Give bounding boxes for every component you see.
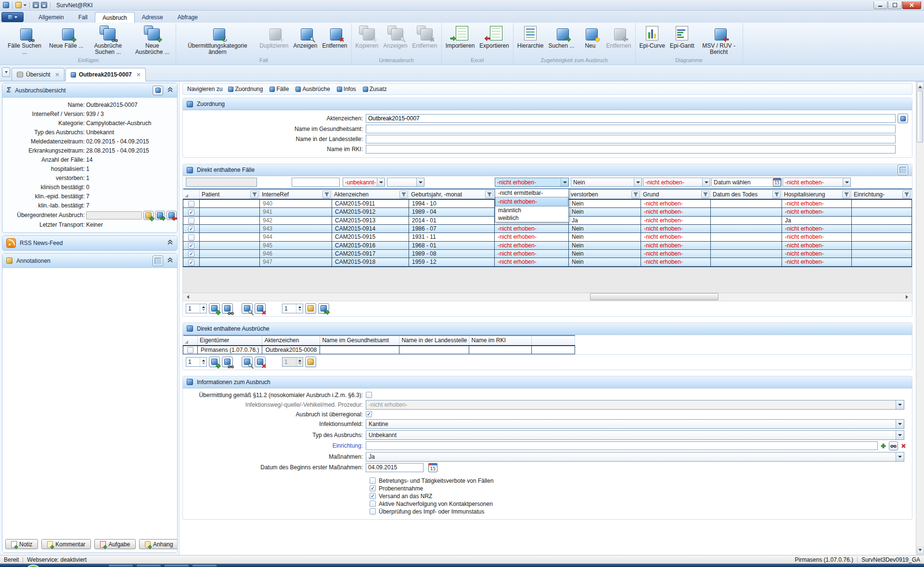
quick-open-caret-icon[interactable] [24,4,26,8]
search-outbreak-button[interactable] [222,357,233,367]
document-tab[interactable]: Outbreak2015-0007 [65,68,146,81]
column-header[interactable]: verstorben [569,189,641,199]
panel-header[interactable]: Σ Ausbruchsübersicht [2,83,177,98]
select-all-header[interactable] [183,189,200,199]
collapse-chevron-icon[interactable] [167,258,173,264]
assign-parent-button[interactable] [155,211,165,220]
show-outbreak-button[interactable] [242,357,253,367]
checkbox[interactable] [366,392,372,398]
column-filter-icon[interactable] [485,191,493,198]
checkbox[interactable] [370,508,376,515]
add-attachment-button[interactable]: Anhang [139,539,178,549]
scroll-track[interactable] [916,90,924,546]
quick-open-button[interactable] [15,2,22,8]
row-checkbox[interactable]: ✓ [188,259,194,266]
chevron-down-icon[interactable] [377,178,385,186]
minimize-button[interactable] [873,1,887,9]
search-einrichtung-button[interactable] [889,441,898,451]
column-header[interactable]: Hospitalisierung [782,189,852,199]
column-header[interactable]: Einrichtung- [852,189,912,199]
expand-grid-button[interactable] [898,165,908,175]
ribbon-tab[interactable]: Ausbruch [95,12,135,23]
row-checkbox[interactable] [188,201,194,207]
row-checkbox[interactable] [188,218,194,224]
ribbon-button[interactable]: Importieren [443,24,477,50]
filter-combo[interactable]: Nein [571,178,642,187]
column-filter-icon[interactable] [250,191,258,198]
close-tab-icon[interactable] [137,73,141,77]
select[interactable]: Unbekannt [366,430,904,440]
save-button[interactable] [41,2,47,8]
column-header[interactable]: Eigentümer [198,335,262,346]
transfer-button[interactable] [153,86,163,95]
chevron-down-icon[interactable] [634,178,642,186]
ribbon-button[interactable]: Entfernen [320,24,349,50]
column-filter-icon[interactable] [631,191,640,198]
add-case-button[interactable] [209,303,220,314]
select[interactable]: Ja [366,452,904,462]
text-input[interactable] [366,145,896,154]
row-checkbox[interactable]: ✓ [188,251,194,257]
scroll-thumb[interactable] [917,90,923,142]
add-einrichtung-button[interactable] [879,441,888,451]
selection-spinner[interactable]: 1 [282,304,303,313]
scroll-track[interactable] [191,293,904,301]
page-spinner[interactable]: 1 [186,357,207,367]
case-row[interactable]: 944CAM2015-09151931 - 11-nicht erhoben-N… [183,233,912,241]
scroll-left-arrow[interactable] [183,293,191,301]
search-case-button[interactable] [222,303,233,314]
row-checkbox[interactable]: ✓ [188,226,194,232]
column-filter-icon[interactable] [322,191,331,198]
chevron-down-icon[interactable] [896,452,904,461]
select-all-header[interactable] [183,335,198,346]
row-checkbox[interactable]: ✓ [188,243,194,249]
dropdown-option[interactable]: männlich [495,206,568,214]
remove-einrichtung-button[interactable] [899,441,908,451]
select[interactable]: Kantine [366,419,904,429]
collapse-chevron-icon[interactable] [167,240,173,246]
column-filter-icon[interactable] [902,191,911,198]
remove-parent-button[interactable] [167,211,177,220]
lock-case-button[interactable] [305,303,316,314]
scroll-up-arrow[interactable] [917,82,924,90]
scroll-down-arrow[interactable] [917,547,924,554]
calendar-icon[interactable]: 15 [773,178,781,186]
filter-date-picker[interactable]: Datum wählen15 [711,178,782,187]
column-header[interactable]: Name in der Landesstelle [399,335,469,346]
ribbon-button[interactable]: Exportieren [477,24,511,50]
checkbox[interactable]: ✓ [370,485,376,491]
ribbon-tab[interactable]: Abfrage [170,12,205,23]
document-tab[interactable]: Übersicht [12,68,64,81]
ribbon-button[interactable]: Ausbrüche Suchen ... [86,24,130,56]
panel-header[interactable]: RSS News-Feed [2,236,177,250]
add-comment-button[interactable]: Kommentar [41,539,91,549]
remove-outbreak-button[interactable] [255,357,266,367]
ribbon-button[interactable]: MSV / RUV - Bericht [697,24,741,56]
case-row[interactable]: ✓943CAM2015-09141986 - 07-nicht erhoben-… [183,224,912,232]
ribbon-tab[interactable]: Adresse [135,12,170,23]
date-input[interactable]: 04.09.2015 [366,463,424,472]
ribbon-tab[interactable]: Allgemein [31,12,71,23]
dropdown-option[interactable]: weiblich [495,214,568,222]
column-header[interactable]: Name im RKI [469,335,532,346]
column-header[interactable]: Aktenzeichen [332,189,409,199]
chevron-down-icon[interactable] [416,178,424,186]
filter-text-input[interactable] [186,178,257,187]
row-checkbox[interactable]: ✓ [188,209,194,216]
checkbox[interactable]: ✓ [370,493,376,499]
spinner-arrows[interactable] [296,304,303,313]
ribbon-button[interactable]: Epi-Gantt [667,24,697,50]
horizontal-scrollbar[interactable] [183,293,912,301]
ribbon-button[interactable]: Neue Ausbrüche ... [130,24,174,56]
row-checkbox[interactable] [187,347,193,353]
column-filter-icon[interactable] [701,191,709,198]
filter-combo[interactable] [387,178,424,187]
ribbon-button[interactable]: Übermittlungskategorie ändern [178,24,257,56]
column-filter-icon[interactable] [842,191,850,198]
add-task-button[interactable]: Aufgabe [94,539,136,549]
chevron-down-icon[interactable] [843,178,850,186]
app-menu-button[interactable] [1,12,24,22]
page-spinner[interactable]: 1 [186,304,207,313]
close-tab-icon[interactable] [55,73,59,77]
filter-combo[interactable]: -nicht erhoben- [783,178,851,187]
